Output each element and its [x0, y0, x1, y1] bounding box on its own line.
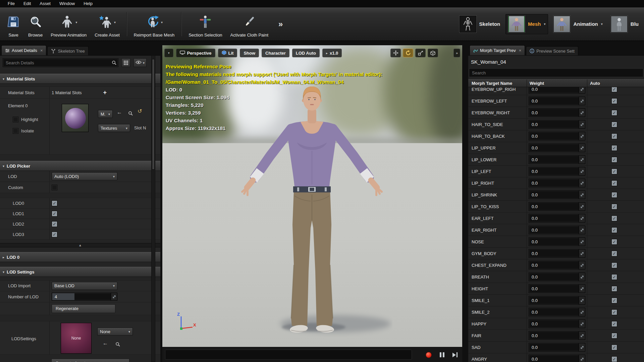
- drag-adjust-icon[interactable]: [579, 238, 585, 246]
- morph-search-input[interactable]: [469, 68, 643, 77]
- tab-morph-target-previewer[interactable]: Morph Target Prev ×: [470, 45, 525, 55]
- lod-auto-button[interactable]: LOD Auto: [292, 49, 320, 57]
- drag-adjust-icon[interactable]: [579, 179, 585, 187]
- timeline-scrubber[interactable]: [165, 350, 412, 360]
- auto-checkbox[interactable]: [611, 122, 617, 127]
- drag-adjust-icon[interactable]: [579, 214, 585, 222]
- record-button[interactable]: [426, 352, 432, 358]
- tab-preview-scene-settings[interactable]: Preview Scene Sett: [526, 46, 578, 55]
- column-header-auto[interactable]: Auto: [587, 79, 644, 87]
- panel-splitter-handle[interactable]: ▲: [0, 243, 160, 247]
- menu-item-asset[interactable]: Asset: [35, 1, 55, 6]
- create-asset-button[interactable]: ▾ Create Asset: [91, 9, 123, 40]
- lod-level-checkbox[interactable]: [52, 232, 57, 237]
- drag-adjust-icon[interactable]: [579, 261, 585, 269]
- auto-checkbox[interactable]: [611, 157, 617, 163]
- morph-weight-input[interactable]: 0.0: [529, 167, 585, 176]
- morph-weight-input[interactable]: 0.0: [529, 108, 585, 117]
- lod-level-checkbox[interactable]: [52, 211, 57, 217]
- morph-weight-input[interactable]: 0.0: [529, 155, 585, 164]
- section-lod-picker[interactable]: ▾LOD Picker: [0, 161, 160, 171]
- drag-adjust-icon[interactable]: [579, 156, 585, 164]
- auto-checkbox[interactable]: [611, 204, 617, 209]
- lod-import-dropdown[interactable]: Base LOD▾: [52, 282, 117, 290]
- auto-checkbox[interactable]: [611, 239, 617, 245]
- auto-checkbox[interactable]: [611, 169, 617, 174]
- display-filter-button[interactable]: [121, 58, 130, 67]
- lodsettings-dropdown[interactable]: None▾: [97, 327, 133, 336]
- lit-button[interactable]: Lit: [218, 49, 237, 57]
- activate-cloth-paint-button[interactable]: Activate Cloth Paint: [226, 9, 272, 40]
- drag-adjust-icon[interactable]: [579, 355, 585, 362]
- auto-checkbox[interactable]: [611, 216, 617, 221]
- drag-adjust-icon[interactable]: [579, 296, 585, 304]
- regenerate-button[interactable]: Regenerate: [52, 304, 115, 313]
- expander-collapsed-icon[interactable]: ▸: [3, 255, 4, 259]
- auto-checkbox[interactable]: [611, 251, 617, 256]
- step-forward-button[interactable]: [452, 352, 458, 357]
- scrollbar-thumb[interactable]: [152, 59, 155, 170]
- morph-weight-input[interactable]: 0.0: [529, 261, 585, 269]
- viewport[interactable]: ▾ Perspective Lit Show Character LOD Aut…: [162, 45, 462, 347]
- column-header-name[interactable]: Morph Target Name: [468, 79, 527, 87]
- search-details-input[interactable]: [3, 58, 118, 67]
- morph-weight-input[interactable]: 0.0: [529, 284, 585, 293]
- material-sphere-thumbnail[interactable]: [62, 104, 89, 132]
- chevron-down-icon[interactable]: ▾: [601, 22, 603, 26]
- auto-checkbox[interactable]: [611, 262, 617, 268]
- chevron-down-icon[interactable]: ▾: [544, 22, 545, 26]
- reset-to-default-icon[interactable]: ↺: [138, 108, 142, 114]
- menu-item-window[interactable]: Window: [55, 1, 79, 6]
- browse-to-asset-icon[interactable]: [115, 342, 120, 347]
- expander-icon[interactable]: ▾: [3, 77, 4, 81]
- mode-skeleton-button[interactable]: Skeleton: [457, 14, 503, 34]
- auto-checkbox[interactable]: [611, 286, 617, 292]
- rotate-tool-button[interactable]: [403, 49, 413, 57]
- add-material-slot-button[interactable]: +: [103, 89, 107, 96]
- morph-weight-input[interactable]: 0.0: [529, 296, 585, 305]
- expander-icon[interactable]: ▾: [3, 270, 4, 274]
- chevron-down-icon[interactable]: ▾: [75, 20, 77, 24]
- lodsettings-asset-thumbnail[interactable]: None: [61, 323, 92, 354]
- expander-icon[interactable]: ▾: [3, 164, 4, 168]
- use-selected-back-icon[interactable]: ←: [117, 109, 122, 115]
- playback-speed-button[interactable]: ▸x1.0: [322, 49, 342, 57]
- view-options-button[interactable]: ▾: [133, 58, 147, 67]
- drag-adjust-icon[interactable]: [579, 320, 585, 328]
- reimport-base-mesh-button[interactable]: ▾ Reimport Base Mesh: [130, 9, 178, 40]
- tab-skeleton-tree[interactable]: Skeleton Tree: [47, 46, 88, 55]
- auto-checkbox[interactable]: [611, 333, 617, 339]
- preview-animation-button[interactable]: ▾ Preview Animation: [47, 9, 91, 40]
- auto-checkbox[interactable]: [611, 110, 617, 116]
- toolbar-overflow-chevron-icon[interactable]: »: [278, 19, 283, 29]
- section-selection-button[interactable]: Section Selection: [184, 9, 226, 40]
- textures-dropdown[interactable]: Textures▾: [98, 124, 130, 132]
- menu-item-help[interactable]: Help: [79, 1, 97, 6]
- perspective-button[interactable]: Perspective: [176, 49, 215, 57]
- drag-adjust-icon[interactable]: [579, 87, 585, 93]
- morph-weight-input[interactable]: 0.0: [529, 179, 585, 187]
- drag-adjust-icon[interactable]: [579, 97, 585, 105]
- drag-adjust-icon[interactable]: [579, 285, 585, 293]
- close-tab-icon[interactable]: ×: [519, 48, 522, 53]
- show-button[interactable]: Show: [240, 49, 259, 57]
- auto-checkbox[interactable]: [611, 87, 617, 92]
- morph-weight-input[interactable]: 0.0: [529, 143, 585, 152]
- menu-item-file[interactable]: File: [3, 1, 19, 6]
- highlight-checkbox[interactable]: [13, 117, 18, 122]
- browse-to-asset-icon[interactable]: [128, 111, 133, 116]
- morph-weight-input[interactable]: 0.0: [529, 331, 585, 340]
- morph-weight-input[interactable]: 0.0: [529, 226, 585, 234]
- drag-adjust-icon[interactable]: [579, 191, 585, 199]
- browse-button[interactable]: Browse: [24, 9, 47, 40]
- drag-adjust-icon[interactable]: [579, 226, 585, 234]
- auto-checkbox[interactable]: [611, 321, 617, 327]
- viewport-maximize-button[interactable]: »: [453, 49, 460, 57]
- drag-adjust-icon[interactable]: [579, 273, 585, 281]
- auto-checkbox[interactable]: [611, 192, 617, 198]
- morph-weight-input[interactable]: 0.0: [529, 214, 585, 223]
- drag-adjust-icon[interactable]: [579, 331, 585, 340]
- drag-adjust-icon[interactable]: [579, 249, 585, 257]
- auto-checkbox[interactable]: [611, 145, 617, 151]
- tab-asset-details[interactable]: Asset Details ×: [1, 45, 46, 55]
